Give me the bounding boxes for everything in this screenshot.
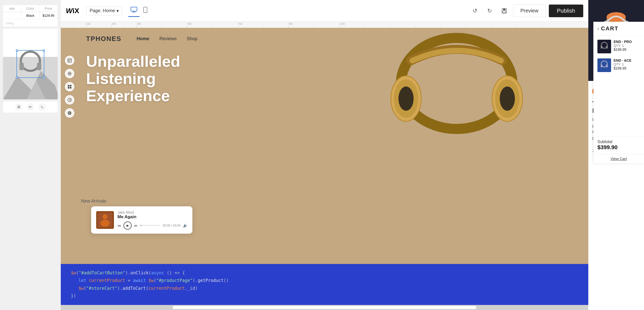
cart-item-1-price: $199.95	[614, 48, 640, 52]
cart-item-2-price: $199.95	[614, 66, 640, 70]
hero-title: Unparalleled Listening Experience	[86, 53, 213, 105]
device-icons	[128, 5, 150, 17]
code-line-3: $w("#storeCart").addToCart(currentProduc…	[71, 284, 578, 292]
sidebar-tool-5[interactable]	[65, 108, 74, 118]
ruler: 100 200 300 500 700 900 1100	[61, 22, 588, 28]
play-button[interactable]: ▶	[124, 222, 132, 230]
scrollbar-thumb[interactable]	[173, 306, 476, 309]
col-color: Color	[21, 5, 39, 12]
selection-box	[16, 50, 44, 78]
player-info: Jake Blind Me Again ⏮ ▶ ⏭ 00:00 / 0	[117, 210, 187, 230]
rewind-button[interactable]: ⏮	[117, 224, 121, 228]
music-player: Jake Blind Me Again ⏮ ▶ ⏭ 00:00 / 0	[91, 206, 192, 234]
svg-text:100: 100	[86, 23, 90, 25]
desktop-view-button[interactable]	[128, 5, 140, 17]
publish-button[interactable]: Publish	[549, 5, 583, 17]
view-cart-button[interactable]: View Cart	[593, 154, 644, 163]
site-preview: TPHONES Home Reviews Shop Unparalleled L…	[61, 28, 588, 264]
svg-rect-76	[606, 64, 608, 67]
cart-item-1-name: END · PRO	[614, 40, 640, 44]
handle-br	[43, 76, 45, 78]
cart-item-1: END · PRO QTY: 1 $199.95	[597, 40, 640, 53]
subtotal-label: Subtotal	[597, 140, 640, 144]
cart-close-button[interactable]: ‹	[597, 26, 599, 31]
player-controls: ⏮ ▶ ⏭ 00:00 / 03:04 🔊	[117, 222, 187, 230]
cart-panel: ‹ CART END · PRO QTY: 1 $199.95	[593, 22, 644, 163]
sidebar-tool-1[interactable]	[65, 56, 74, 65]
cart-item-1-qty: QTY: 1	[614, 44, 640, 48]
cart-subtotal: Subtotal $399.90	[593, 136, 644, 154]
svg-text:900: 900	[289, 23, 293, 25]
svg-rect-51	[68, 85, 69, 86]
svg-rect-6	[131, 7, 137, 11]
svg-rect-13	[503, 9, 506, 10]
svg-point-63	[500, 86, 515, 111]
svg-rect-14	[503, 11, 506, 13]
page-dropdown[interactable]: Page: Home ▾	[86, 6, 122, 15]
svg-rect-73	[597, 58, 611, 72]
cart-header: ‹ CART	[593, 22, 644, 36]
col-price: Price	[39, 5, 58, 12]
handle-bl	[16, 76, 18, 78]
svg-text:700: 700	[238, 23, 242, 25]
progress-fill	[140, 225, 141, 226]
svg-rect-72	[606, 46, 608, 49]
code-editor: $w("#addToCartButton").onClick(async () …	[61, 264, 588, 305]
sidebar-tool-3[interactable]	[65, 82, 74, 92]
redo-button[interactable]: ↻	[484, 5, 495, 17]
nav-link-home[interactable]: Home	[137, 36, 149, 41]
player-title: Me Again	[117, 214, 187, 219]
sidebar-tool-4[interactable]	[65, 95, 74, 105]
svg-text:300: 300	[137, 23, 141, 25]
handle-tr	[43, 50, 45, 52]
scrollbar-track	[61, 305, 588, 310]
code-line-2: let currentProduct = await $w("#productP…	[71, 277, 578, 284]
code-line-4: })	[71, 292, 578, 300]
table-row: Black $129.95	[3, 12, 58, 19]
volume-icon[interactable]: 🔊	[183, 224, 187, 228]
topbar-actions: ↺ ↻ Preview Publish	[469, 5, 583, 17]
cart-item-2-image	[597, 58, 611, 72]
svg-rect-71	[601, 46, 602, 49]
mobile-view-button[interactable]	[141, 5, 150, 17]
new-arrivals-section: New Arrivals	[81, 198, 192, 234]
pencil-icon[interactable]: ✏	[27, 103, 34, 110]
progress-bar[interactable]	[140, 225, 160, 226]
site-brand: TPHONES	[86, 35, 122, 43]
subtotal-amount: $399.90	[597, 144, 640, 151]
truncated-text: calling	[3, 19, 58, 27]
svg-rect-52	[70, 85, 71, 86]
undo-button[interactable]: ↺	[469, 5, 481, 17]
nav-link-reviews[interactable]: Reviews	[159, 36, 177, 41]
image-widget	[3, 29, 58, 99]
table-header: ode Color Price	[3, 5, 58, 12]
forward-button[interactable]: ⏭	[134, 224, 138, 228]
canvas-wrapper: 100 200 300 500 700 900 1100	[61, 22, 588, 310]
site-nav-links: Home Reviews Shop	[137, 36, 197, 41]
cart-item-2-details: END · ACE QTY: 1 $199.95	[614, 58, 640, 70]
crop-icon[interactable]: ⤡	[38, 103, 46, 110]
svg-rect-75	[601, 64, 602, 67]
svg-point-68	[100, 220, 110, 227]
preview-button[interactable]: Preview	[513, 5, 546, 17]
code-line-1: $w("#addToCartButton").onClick(async () …	[71, 269, 578, 277]
svg-rect-54	[70, 87, 71, 88]
wix-logo: WiX	[66, 7, 79, 15]
row-price: $129.95	[39, 12, 58, 19]
gear-icon[interactable]: ⚙	[15, 103, 22, 110]
save-button[interactable]	[498, 5, 510, 17]
svg-point-64	[398, 86, 414, 111]
player-artist: Jake Blind	[117, 210, 187, 214]
svg-point-11	[145, 12, 146, 12]
cart-title: CART	[601, 25, 618, 32]
svg-point-67	[103, 214, 108, 219]
sidebar-tool-2[interactable]	[65, 69, 74, 78]
cart-item-1-image	[597, 40, 611, 53]
player-thumbnail	[96, 211, 114, 229]
cart-item-1-details: END · PRO QTY: 1 $199.95	[614, 40, 640, 52]
svg-rect-69	[597, 40, 611, 53]
handle-tl	[16, 50, 18, 52]
nav-link-shop[interactable]: Shop	[187, 36, 197, 41]
new-arrivals-label: New Arrivals	[81, 198, 192, 204]
svg-text:200: 200	[111, 23, 116, 25]
